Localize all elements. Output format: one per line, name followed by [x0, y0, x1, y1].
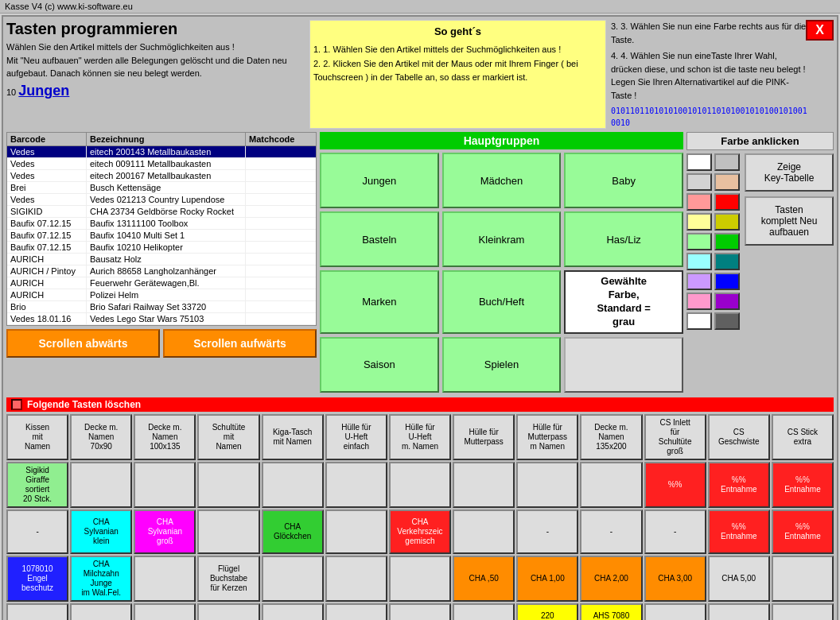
grid-button[interactable] — [453, 603, 515, 620]
grid-button[interactable]: CS Inlett für Schultüte groß — [644, 414, 706, 460]
grid-button[interactable]: CHA Sylvanian klein — [70, 510, 132, 554]
table-row[interactable]: Baufix 07.12.15 Baufix 13111100 Toolbox — [7, 218, 316, 230]
table-row[interactable]: Vedes eitech 009111 Metallbaukasten — [7, 158, 316, 170]
hauptgruppen-cell[interactable]: Has/Liz — [564, 211, 683, 267]
grid-button[interactable]: 1078010 Engel beschutz — [6, 556, 68, 602]
grid-button[interactable]: CHA Milchzahn Junge im Wal.Fel. — [70, 556, 132, 602]
farbe-color-cell[interactable] — [714, 213, 740, 231]
table-row[interactable]: AURICH / Pintoy Aurich 88658 Langholzanh… — [7, 265, 316, 277]
grid-button[interactable]: - — [6, 510, 68, 554]
grid-button[interactable] — [197, 462, 259, 508]
table-row[interactable]: AURICH Polizei Helm — [7, 289, 316, 301]
grid-button[interactable]: CHA 3,00 — [644, 556, 706, 602]
zeige-key-button[interactable]: Zeige Key-Tabelle — [745, 153, 834, 192]
grid-button[interactable] — [772, 556, 834, 602]
grid-button[interactable]: Hülle für U-Heft m. Namen — [389, 414, 451, 460]
grid-button[interactable] — [70, 462, 132, 508]
farbe-color-cell[interactable] — [714, 233, 740, 250]
hauptgruppen-cell[interactable]: Kleinkram — [442, 211, 562, 267]
grid-button[interactable]: - — [644, 510, 706, 554]
hauptgruppen-cell[interactable]: Baby — [564, 153, 683, 208]
grid-button[interactable]: - — [516, 510, 578, 554]
table-row[interactable]: Baufix 07.12.15 Baufix 10410 Multi Set 1 — [7, 230, 316, 242]
farbe-color-cell[interactable] — [714, 293, 740, 310]
hauptgruppen-cell[interactable]: Basteln — [320, 211, 439, 267]
grid-button[interactable] — [325, 556, 387, 602]
grid-button[interactable]: Kissen mit Namen — [6, 414, 68, 460]
grid-button[interactable] — [325, 603, 387, 620]
grid-button[interactable] — [6, 603, 68, 620]
hauptgruppen-cell[interactable]: Buch/Heft — [442, 270, 562, 334]
farbe-color-cell[interactable] — [686, 233, 712, 250]
grid-button[interactable] — [453, 510, 515, 554]
grid-button[interactable] — [325, 462, 387, 508]
grid-button[interactable]: Decke m. Namen 100x135 — [134, 414, 196, 460]
grid-button[interactable]: CHA Glöckchen — [262, 510, 324, 554]
tasten-neu-button[interactable]: Tasten komplett Neu aufbauen — [745, 196, 834, 246]
farbe-color-cell[interactable] — [714, 312, 740, 330]
farbe-color-cell[interactable] — [686, 273, 712, 290]
grid-button[interactable]: Flügel Buchstabe für Kerzen — [197, 556, 259, 602]
grid-button[interactable] — [134, 462, 196, 508]
table-row[interactable]: Vedes 18.01.16 Vedes Lego Star Wars 7510… — [7, 313, 316, 325]
grid-button[interactable]: Decke m. Namen 70x90 — [70, 414, 132, 460]
hauptgruppen-cell[interactable]: Marken — [320, 270, 439, 334]
grid-button[interactable] — [389, 603, 451, 620]
table-row[interactable]: AURICH Feuerwehr Gerätewagen,Bl. — [7, 277, 316, 289]
grid-button[interactable]: CHA 2,00 — [580, 556, 642, 602]
grid-button[interactable]: Hülle für U-Heft einfach — [325, 414, 387, 460]
table-row[interactable]: Vedes eitech 200167 Metallbaukasten — [7, 170, 316, 182]
grid-button[interactable]: Kiga-Tasch mit Namen — [262, 414, 324, 460]
grid-button[interactable] — [453, 462, 515, 508]
hauptgruppen-cell[interactable]: Gewählte Farbe, Standard = grau — [564, 270, 683, 334]
table-row[interactable]: Vedes eitech 200143 Metallbaukasten — [7, 146, 316, 158]
grid-button[interactable] — [197, 603, 259, 620]
grid-button[interactable] — [644, 603, 706, 620]
grid-button[interactable] — [262, 556, 324, 602]
grid-button[interactable]: CS Geschwiste — [708, 414, 770, 460]
table-row[interactable]: Brei Busch Kettensäge — [7, 182, 316, 194]
farbe-color-cell[interactable] — [714, 193, 740, 211]
grid-button[interactable]: Sigikid Giraffe sortiert 20 Stck. — [6, 462, 68, 508]
hauptgruppen-cell[interactable]: Jungen — [320, 153, 439, 208]
farbe-color-cell[interactable] — [686, 312, 712, 330]
farbe-color-cell[interactable] — [686, 193, 712, 211]
grid-button[interactable]: AHS 7080 Shoppingb: / Tasche — [580, 603, 642, 620]
grid-button[interactable]: %% Entnahme — [708, 462, 770, 508]
table-row[interactable]: AURICH Bausatz Holz — [7, 254, 316, 265]
grid-button[interactable] — [389, 462, 451, 508]
grid-button[interactable]: CHA Verkehrszeic gemisch — [389, 510, 451, 554]
grid-button[interactable] — [262, 603, 324, 620]
farbe-color-cell[interactable] — [714, 173, 740, 191]
table-row[interactable]: SIGIKID CHA 23734 Geldbörse Rocky Rocket — [7, 206, 316, 218]
grid-button[interactable]: Hülle für Mutterpass m Namen — [516, 414, 578, 460]
table-row[interactable]: Baufix 07.12.15 Baufix 10210 Helikopter — [7, 242, 316, 254]
grid-button[interactable] — [134, 603, 196, 620]
grid-button[interactable]: Decke m. Namen 135x200 — [580, 414, 642, 460]
farbe-color-cell[interactable] — [686, 173, 712, 191]
hauptgruppen-cell[interactable]: Mädchen — [442, 153, 562, 208]
grid-button[interactable] — [197, 510, 259, 554]
grid-button[interactable] — [70, 603, 132, 620]
grid-button[interactable] — [389, 556, 451, 602]
hauptgruppen-cell[interactable]: Saison — [320, 337, 439, 393]
grid-button[interactable]: CHA 1,00 — [516, 556, 578, 602]
scroll-up-button[interactable]: Scrollen aufwärts — [163, 329, 317, 358]
farbe-color-cell[interactable] — [714, 153, 740, 171]
folgende-checkbox[interactable] — [11, 399, 22, 410]
grid-button[interactable] — [325, 510, 387, 554]
farbe-color-cell[interactable] — [686, 253, 712, 270]
grid-button[interactable]: CS Stick extra — [772, 414, 834, 460]
grid-button[interactable]: %% — [644, 462, 706, 508]
grid-button[interactable]: %% Entnahme — [772, 510, 834, 554]
grid-button[interactable] — [580, 462, 642, 508]
hauptgruppen-cell[interactable] — [564, 337, 683, 393]
grid-button[interactable] — [708, 603, 770, 620]
close-button[interactable]: X — [806, 20, 834, 41]
table-row[interactable]: Vedes Vedes 021213 Country Lupendose — [7, 194, 316, 206]
grid-button[interactable]: - — [580, 510, 642, 554]
grid-button[interactable]: Hülle für Mutterpass — [453, 414, 515, 460]
table-row[interactable]: Brio Brio Safari Railway Set 33720 — [7, 301, 316, 313]
grid-button[interactable]: CHA 5,00 — [708, 556, 770, 602]
grid-button[interactable] — [772, 603, 834, 620]
